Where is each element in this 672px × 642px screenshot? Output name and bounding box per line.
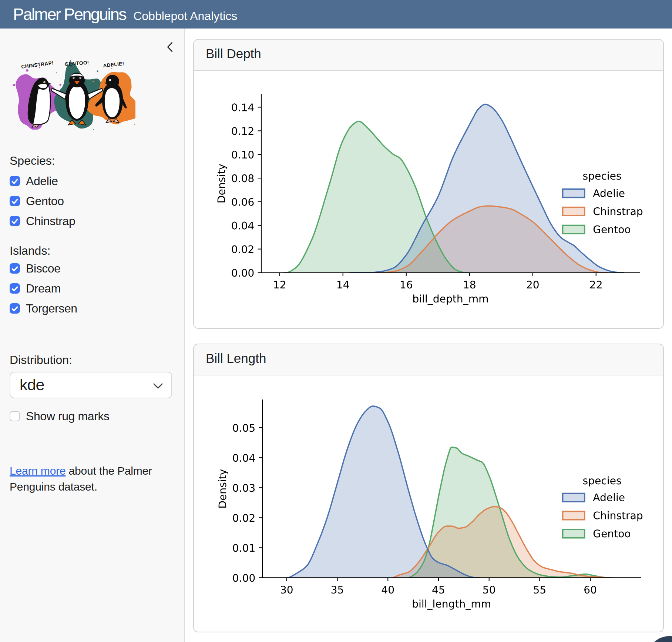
svg-text:GENTOO!: GENTOO!: [64, 60, 89, 67]
svg-text:ADELIE!: ADELIE!: [103, 61, 125, 68]
svg-text:CHINSTRAP!: CHINSTRAP!: [21, 60, 54, 70]
